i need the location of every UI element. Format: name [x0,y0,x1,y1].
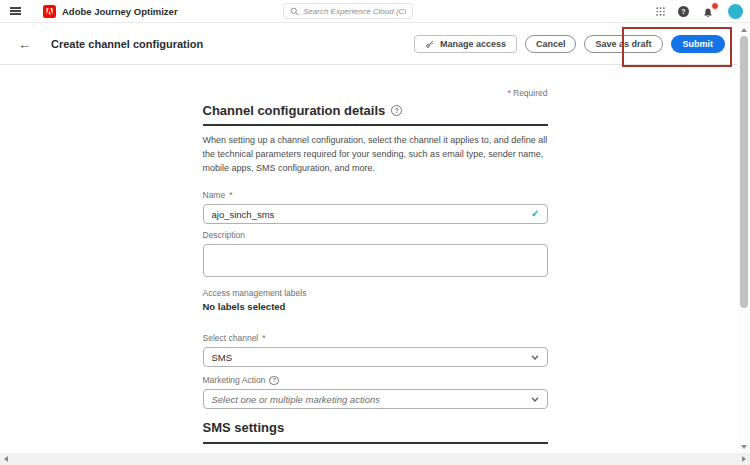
app-window: Adobe Journey Optimizer ? [0,0,750,465]
scroll-left-arrow[interactable] [4,456,8,462]
description-input[interactable] [203,244,548,277]
cancel-button[interactable]: Cancel [525,35,577,53]
required-asterisk: * [262,333,265,343]
valid-check-icon: ✓ [531,208,539,219]
search-box[interactable] [283,3,413,19]
key-icon [425,39,435,49]
manage-access-button[interactable]: Manage access [414,35,517,53]
topbar-icons: ? [656,4,750,19]
save-as-draft-button[interactable]: Save as draft [584,35,662,53]
menu-icon[interactable] [10,5,24,16]
notification-badge [711,2,719,10]
marketing-action-label: Marketing Action ? [203,375,548,385]
adobe-logo-icon [43,5,56,18]
marketing-action-placeholder: Select one or multiple marketing actions [212,394,380,405]
name-input[interactable] [203,204,548,224]
submit-button[interactable]: Submit [671,35,726,53]
info-icon[interactable]: ? [391,105,402,116]
action-bar: ← Create channel configuration Manage ac… [0,24,750,65]
search-input[interactable] [303,7,406,16]
description-label: Description [203,230,548,240]
chevron-down-icon [531,397,539,402]
topbar: Adobe Journey Optimizer ? [0,0,750,23]
app-title: Adobe Journey Optimizer [62,6,178,17]
horizontal-scrollbar[interactable] [0,453,750,465]
app-switcher-icon[interactable] [656,7,665,16]
vertical-scroll-thumb[interactable] [740,36,748,308]
scroll-down-arrow[interactable] [741,445,747,449]
action-buttons: Manage access Cancel Save as draft Submi… [414,35,725,53]
channel-select[interactable]: SMS [203,347,548,367]
scroll-right-arrow[interactable] [742,456,746,462]
avatar[interactable] [728,4,743,19]
vertical-scrollbar[interactable] [737,24,750,453]
section-description: When setting up a channel configuration,… [203,134,548,176]
main-content: *Required Channel configuration details … [0,65,750,453]
required-note: *Required [203,88,548,98]
required-asterisk: * [229,190,232,200]
chevron-down-icon [531,355,539,360]
section-divider [203,124,548,126]
name-label: Name * [203,190,548,200]
search-icon [290,7,299,16]
brand: Adobe Journey Optimizer [43,5,178,18]
help-tooltip-icon[interactable]: ? [269,376,279,386]
back-arrow-icon[interactable]: ← [18,38,31,51]
manage-access-label: Manage access [440,39,506,49]
section-divider [203,442,548,444]
section-title-sms-settings: SMS settings [203,420,548,435]
access-labels-value: No labels selected [203,301,548,312]
section-title-channel-configuration: Channel configuration details ? [203,103,548,118]
access-labels-label: Access management labels [203,288,548,298]
notifications-bell-icon[interactable] [702,5,715,18]
scroll-up-arrow[interactable] [741,28,747,32]
select-channel-label: Select channel * [203,333,548,343]
required-asterisk: * [508,88,511,98]
channel-select-value: SMS [212,352,233,363]
marketing-action-select[interactable]: Select one or multiple marketing actions [203,389,548,409]
help-icon[interactable]: ? [678,6,689,17]
page-title: Create channel configuration [51,38,203,50]
